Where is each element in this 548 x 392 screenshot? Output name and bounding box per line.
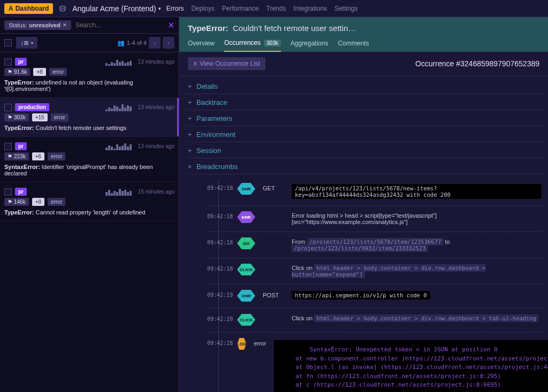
error-message: TypeError: Couldn't fetch remote user se… [4, 125, 174, 131]
logo-a-icon: A [9, 5, 13, 12]
occurrence-count: ⚑91.6k [4, 68, 30, 76]
breadcrumb-row: 09:42:18 ERR Error loading html > head >… [207, 208, 542, 232]
top-nav: ADashboard Angular Acme (Frontend)▾ Erro… [0, 0, 548, 17]
dashboard-badge[interactable]: ADashboard [4, 3, 53, 14]
sparkline [105, 143, 132, 150]
error-item[interactable]: pr 13 minutes ago ⚑91.6k+8error TypeErro… [0, 52, 179, 98]
next-page-button[interactable]: › [163, 37, 174, 49]
tab-comments[interactable]: Comments [338, 39, 369, 52]
click-icon: CLICK [237, 264, 255, 275]
error-sidebar: Status: unresolved ✕ ✕ ↓≣▾ 👥 1-4 of 4 ‹ … [0, 17, 179, 392]
error-item[interactable]: pr 13 minutes ago ⚑223k+6error SyntaxErr… [0, 137, 179, 182]
ip-count: +8 [32, 198, 44, 206]
prev-page-button[interactable]: ‹ [149, 37, 161, 49]
chevron-down-icon: ▾ [158, 6, 161, 11]
stack-trace: SyntaxError: Unexpected token < in JSON … [274, 340, 548, 392]
section-backtrace[interactable]: +Backtrace [186, 95, 542, 110]
sparkline [105, 58, 132, 66]
breadcrumb-row: 09:42:20 CLICK Click on html.header > bo… [207, 311, 542, 333]
item-checkbox[interactable] [4, 188, 12, 196]
nav-integrations[interactable]: Integrations [293, 5, 327, 12]
env-badge: production [15, 103, 49, 111]
occurrence-count: ⚑303k [4, 113, 29, 121]
error-message: TypeError: Cannot read property 'length'… [4, 209, 174, 216]
status-filter-chip[interactable]: Status: unresolved ✕ [4, 20, 71, 30]
sparkline [105, 104, 132, 111]
env-badge: pr [15, 58, 27, 66]
sparkline [105, 188, 132, 196]
detail-title: TypeError: Couldn't fetch remote user se… [188, 24, 539, 33]
detail-panel: TypeError: Couldn't fetch remote user se… [179, 17, 548, 392]
nav-settings[interactable]: Settings [334, 5, 357, 12]
error-message: TypeError: undefined is not an object (e… [4, 79, 174, 92]
section-parameters[interactable]: +Parameters [186, 111, 542, 126]
xhr-icon: XHR [237, 290, 255, 302]
error-list: pr 13 minutes ago ⚑91.6k+8error TypeErro… [0, 52, 179, 392]
ip-count: +15 [32, 113, 48, 121]
paging-label: 1-4 of 4 [127, 40, 147, 46]
flag-icon: ⚑ [7, 153, 12, 159]
occurrence-count: ⚑223k [4, 152, 29, 160]
tab-overview[interactable]: Overview [188, 39, 215, 52]
go-icon: GO [237, 237, 255, 249]
flag-icon: ⚑ [7, 114, 12, 120]
search-input[interactable] [75, 21, 164, 29]
error-item[interactable]: production 13 minutes ago ⚑303k+15error … [0, 98, 179, 137]
item-checkbox[interactable] [4, 104, 12, 111]
nav-links: Errors Deploys Performance Trends Integr… [166, 5, 358, 12]
err-icon: ERR [237, 211, 255, 223]
nav-errors[interactable]: Errors [166, 5, 184, 12]
env-badge: pr [15, 188, 27, 196]
error-message: SyntaxError: Identifier 'originalPrompt'… [4, 164, 174, 176]
flag-icon: ⚑ [7, 199, 12, 205]
tab-occurrences[interactable]: Occurrences303k [224, 39, 281, 52]
sort-button[interactable]: ↓≣▾ [16, 37, 37, 49]
level-badge: error [49, 68, 67, 76]
breadcrumb-row: 09:42:28 LOG error SyntaxError: Unexpect… [207, 335, 542, 392]
breadcrumb-row: 09:42:18 CLICK Click on html.header > bo… [207, 260, 542, 285]
close-icon[interactable]: ✕ [63, 22, 67, 28]
timestamp: 15 minutes ago [138, 189, 174, 195]
breadcrumb-row: 09:42:18 XHR GET /api/v4/projects/123/li… [207, 180, 542, 206]
project-selector[interactable]: Angular Acme (Frontend)▾ [72, 4, 161, 13]
select-all-checkbox[interactable] [4, 39, 12, 47]
chevron-down-icon: ▾ [31, 41, 33, 45]
occurrences-count-badge: 303k [264, 40, 281, 47]
item-checkbox[interactable] [4, 58, 12, 66]
nav-performance[interactable]: Performance [222, 5, 259, 12]
breadcrumb-row: 09:42:18 GO From /projects/123/lists/567… [207, 234, 542, 258]
item-checkbox[interactable] [4, 143, 12, 150]
breadcrumbs-body: 09:42:18 XHR GET /api/v4/projects/123/li… [186, 175, 542, 392]
list-icon: ≡ [193, 60, 197, 67]
click-icon: CLICK [237, 314, 255, 326]
level-badge: error [51, 113, 68, 121]
ip-count: +8 [33, 68, 45, 76]
breadcrumb-row: 09:42:19 XHR POST https://api.segment.io… [207, 287, 542, 309]
timestamp: 13 minutes ago [138, 59, 174, 65]
xhr-icon: XHR [237, 183, 255, 195]
users-icon: 👥 [117, 40, 125, 47]
clear-search-icon[interactable]: ✕ [168, 21, 174, 29]
log-icon: LOG [237, 338, 246, 350]
view-occurrence-list-button[interactable]: ≡View Occurrence List [188, 57, 265, 70]
section-environment[interactable]: +Environment [186, 127, 542, 142]
ip-count: +6 [32, 152, 44, 160]
level-badge: error [48, 198, 65, 206]
tab-aggregations[interactable]: Aggregations [291, 39, 329, 52]
section-session[interactable]: +Session [186, 143, 542, 158]
occurrence-count: ⚑146k [4, 198, 29, 206]
section-breadcrumbs[interactable]: ×Breadcrumbs [186, 159, 542, 174]
angular-icon [58, 4, 67, 13]
level-badge: error [48, 152, 65, 160]
env-badge: pr [15, 142, 27, 150]
error-item[interactable]: pr 15 minutes ago ⚑146k+8error TypeError… [0, 182, 179, 221]
occurrence-id: Occurrence #3246859897907652389 [415, 59, 539, 68]
section-details[interactable]: +Details [186, 79, 542, 94]
timestamp: 13 minutes ago [138, 143, 174, 149]
nav-deploys[interactable]: Deploys [191, 5, 214, 12]
nav-trends[interactable]: Trends [267, 5, 286, 12]
flag-icon: ⚑ [7, 69, 12, 75]
timestamp: 13 minutes ago [138, 104, 174, 110]
